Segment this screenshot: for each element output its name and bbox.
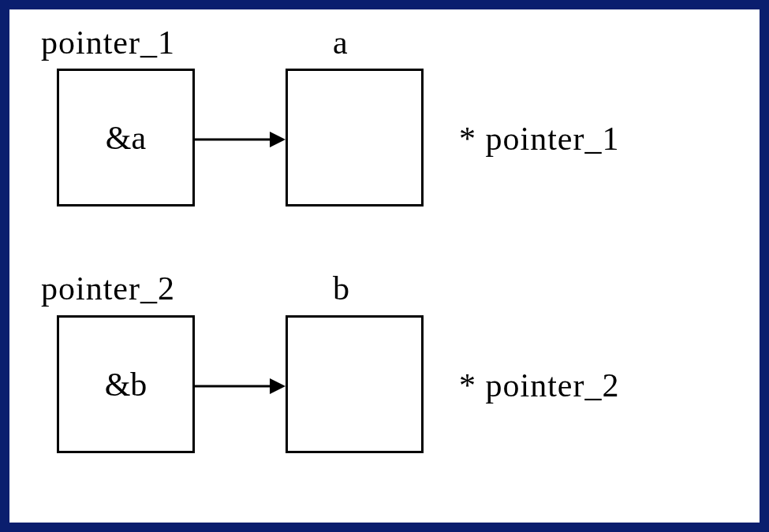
var-b-label: b bbox=[333, 270, 350, 307]
diagram-frame: pointer_1 a &a * pointer_1 pointer_2 b &… bbox=[0, 0, 769, 532]
deref-pointer-2-label: * pointer_2 bbox=[459, 366, 619, 404]
var-a-label: a bbox=[333, 24, 349, 61]
pointer-1-box: &a bbox=[57, 69, 195, 206]
pointer-1-label: pointer_1 bbox=[41, 24, 175, 61]
svg-marker-1 bbox=[270, 132, 286, 147]
svg-marker-3 bbox=[270, 378, 286, 394]
pointer-2-box-content: &b bbox=[105, 366, 147, 404]
deref-pointer-1-label: * pointer_1 bbox=[459, 120, 619, 158]
arrow-2 bbox=[195, 374, 289, 398]
pointer-2-label: pointer_2 bbox=[41, 270, 175, 307]
pointer-1-box-content: &a bbox=[106, 119, 146, 157]
pointer-2-box: &b bbox=[57, 315, 195, 453]
var-a-box bbox=[286, 69, 424, 206]
var-b-box bbox=[286, 315, 424, 453]
arrow-1 bbox=[195, 128, 289, 151]
